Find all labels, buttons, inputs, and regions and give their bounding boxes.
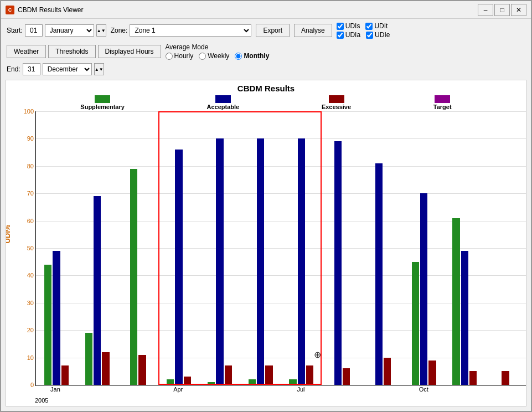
right-buttons: Weather Thresholds Displayed Hours [7,45,161,58]
bar-may-excessive [225,365,232,385]
cb-row-2: UDIa UDIe [337,31,390,39]
bar-group-feb [77,111,118,385]
bar-group-jul [281,111,322,385]
legend-supplementary: Supplementary [80,95,124,110]
radio-row: Hourly Weekly Monthly [166,52,270,60]
bar-jul-acceptable [298,138,305,385]
weekly-label: Weekly [208,52,229,60]
end-date-row: End: DecemberJanuaryFebruary MarchAprilM… [1,63,531,78]
bar-jan-excessive [61,365,69,385]
bar-jun-acceptable [257,138,264,385]
maximize-button[interactable]: □ [494,4,510,16]
bar-group-apr [158,111,199,385]
x-labels-row: JanAprJulOct [6,386,526,397]
chart-plot[interactable]: 1009080706050403020100 ⊕ [35,111,526,386]
x-label-jan: Jan [35,386,76,397]
chart-title: CBDM Results [6,80,526,94]
displayed-hours-button[interactable]: Displayed Hours [98,45,161,58]
legend-row: Supplementary Acceptable Excessive Targe… [6,94,526,111]
checkbox-group: UDIs UDIt UDIa UDIe [337,22,390,39]
minimize-button[interactable]: – [478,4,493,16]
weather-button[interactable]: Weather [7,45,46,58]
udit-checkbox[interactable] [365,23,373,30]
bar-jan-acceptable [53,251,60,385]
chart-area: CBDM Results Supplementary Acceptable Ex… [6,80,526,406]
zone-label: Zone: [111,27,128,34]
legend-acceptable: Acceptable [207,95,240,110]
hourly-label: Hourly [174,52,194,60]
cb-udia: UDIa [337,31,360,39]
x-label-feb [76,386,117,397]
bar-jul-supplementary [289,379,296,385]
bar-group-aug [322,111,363,385]
hourly-radio[interactable] [166,53,173,60]
y-axis-label: UDI% [6,225,12,244]
bar-group-may [199,111,240,385]
udit-label: UDIt [374,22,388,30]
monthly-label: Monthly [244,52,269,60]
window-controls: – □ ✕ [478,4,526,16]
bar-jun-excessive [265,365,272,385]
avg-mode-label: Average Mode [166,43,270,51]
bar-aug-excessive [343,368,350,385]
monthly-radio[interactable] [235,53,242,60]
bar-mar-supplementary [130,169,137,385]
x-label-oct: Oct [403,386,444,397]
x-label-aug [321,386,362,397]
legend-acceptable-label: Acceptable [207,104,240,110]
udia-label: UDIa [345,31,360,39]
bar-jun-supplementary [249,379,256,385]
export-button[interactable]: Export [256,24,290,37]
bar-group-jun [240,111,281,385]
bar-group-nov [445,111,485,385]
close-button[interactable]: ✕ [511,4,526,16]
cb-row-1: UDIs UDIt [337,22,390,30]
end-day-input[interactable] [23,63,40,75]
bar-mar-excessive [138,355,146,385]
udie-label: UDIe [375,31,390,39]
legend-target: Target [433,95,452,110]
bar-feb-supplementary [85,333,92,385]
udis-label: UDIs [345,22,360,30]
window-title: CBDM Results Viewer [18,6,478,14]
bar-nov-excessive [469,371,477,385]
start-month-spin[interactable]: ▲▼ [96,24,106,37]
cb-udis: UDIs [337,22,360,30]
bar-apr-acceptable [175,150,182,385]
bar-group-oct [404,111,445,385]
chart-plot-row: UDI% 1009080706050403020100 ⊕ [6,111,526,386]
udia-checkbox[interactable] [337,32,344,39]
end-month-spin[interactable]: ▲▼ [94,63,104,75]
bar-may-supplementary [208,382,215,385]
legend-excessive-label: Excessive [322,104,351,110]
bar-oct-acceptable [420,193,427,385]
start-date-group: Start: JanuaryFebruaryMarch AprilMayJune… [7,24,106,37]
udis-checkbox[interactable] [337,23,344,30]
thresholds-button[interactable]: Thresholds [48,45,95,58]
end-label: End: [7,65,20,73]
toolbar: Start: JanuaryFebruaryMarch AprilMayJune… [1,19,531,63]
x-label-nov [444,386,485,397]
year-label: 2005 [6,397,526,406]
x-label-mar [117,386,158,397]
x-label-apr: Apr [158,386,199,397]
weekly-radio[interactable] [199,53,206,60]
zone-group: Zone: Zone 1 [111,24,252,37]
bar-group-sep [363,111,404,385]
start-label: Start: [7,27,23,34]
x-label-jun [240,386,281,397]
cb-udie: UDIe [366,31,390,39]
udie-checkbox[interactable] [366,32,373,39]
x-labels-container: JanAprJulOct [35,386,526,397]
zone-select[interactable]: Zone 1 [130,24,251,37]
legend-supplementary-label: Supplementary [80,104,124,110]
end-month-select[interactable]: DecemberJanuaryFebruary MarchAprilMay Ju… [43,63,92,75]
bars-container [36,111,526,385]
analyse-button[interactable]: Analyse [294,24,332,37]
x-label-sep [362,386,403,397]
x-label-may [199,386,240,397]
bar-nov-acceptable [461,251,468,385]
bar-oct-supplementary [412,262,419,385]
start-day-input[interactable] [25,24,43,37]
start-month-select[interactable]: JanuaryFebruaryMarch AprilMayJune JulyAu… [45,24,94,37]
